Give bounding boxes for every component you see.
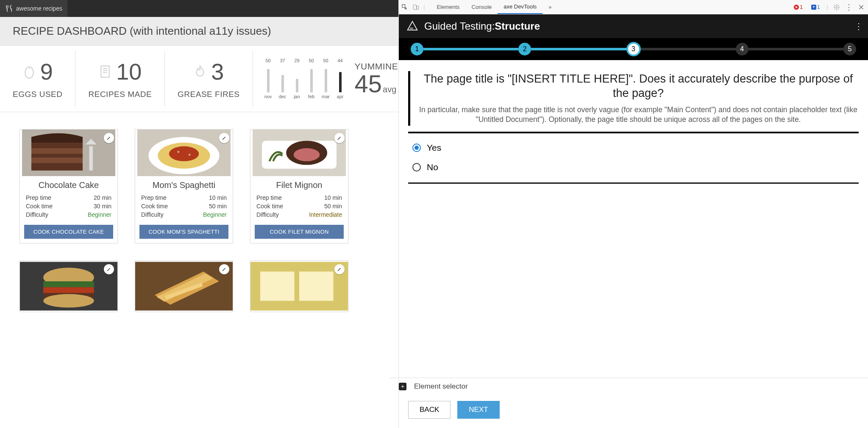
egg-icon (22, 64, 36, 79)
recipe-image (250, 261, 348, 312)
radio-yes[interactable] (412, 144, 421, 152)
devtools-pane: | Elements Console axe DevTools » 1 1 | … (398, 0, 868, 428)
recipe-card (250, 260, 348, 312)
cook-button[interactable]: COOK CHOCOLATE CAKE (24, 225, 113, 239)
edit-button[interactable] (104, 133, 114, 143)
chart-month: feb (308, 94, 314, 99)
svg-point-40 (836, 6, 837, 8)
step-5[interactable]: 5 (843, 43, 856, 55)
brand[interactable]: awesome recipes (0, 0, 67, 17)
radio-no[interactable] (412, 163, 421, 171)
edit-button[interactable] (334, 264, 345, 274)
plus-icon[interactable]: ＋ (399, 383, 406, 390)
recipe-image (135, 261, 233, 312)
cook-button[interactable]: COOK FILET MIGNON (255, 225, 344, 239)
axe-title-strong: Structure (495, 20, 540, 32)
close-icon[interactable] (858, 4, 865, 11)
cook-label: Cook time (141, 203, 168, 210)
axe-menu-icon[interactable]: ⋮ (854, 21, 863, 31)
chart-value: 44 (337, 58, 342, 63)
gear-icon[interactable] (833, 4, 840, 11)
cook-value: 50 min (209, 203, 227, 210)
svg-rect-24 (43, 287, 94, 293)
chart-col-jan: 29jan (293, 58, 301, 99)
recipe-card (135, 260, 233, 312)
chart-value: 50 (309, 58, 314, 63)
recipe-title: Mom's Spaghetti (141, 180, 227, 190)
recipe-card (19, 260, 118, 312)
option-yes[interactable]: Yes (412, 143, 859, 153)
bar-chart: 50nov37dec29jan50feb50mar44apr (264, 58, 345, 100)
cook-value: 30 min (94, 203, 111, 210)
tabs-overflow[interactable]: » (542, 0, 557, 14)
prep-value: 10 min (324, 194, 342, 201)
edit-button[interactable] (334, 133, 345, 143)
step-3[interactable]: 3 (626, 42, 641, 56)
option-yes-label: Yes (427, 143, 441, 153)
cook-label: Cook time (26, 203, 53, 210)
device-toggle-icon[interactable] (412, 4, 419, 11)
element-selector-label: Element selector (414, 382, 468, 391)
tab-elements[interactable]: Elements (431, 0, 465, 14)
stat-fires-value: 3 (211, 58, 224, 85)
recipe-card: Mom's SpaghettiPrep time10 minCook time5… (135, 129, 233, 243)
svg-rect-23 (43, 282, 94, 287)
option-no-label: No (427, 162, 438, 172)
tab-axe-devtools[interactable]: axe DevTools (498, 0, 542, 14)
cook-value: 50 min (324, 203, 342, 210)
diff-value: Beginner (88, 211, 111, 218)
svg-rect-8 (31, 148, 83, 154)
cook-button[interactable]: COOK MOM'S SPAGHETTI (139, 225, 228, 239)
stat-eggs-label: EGGS USED (13, 90, 62, 99)
info-badge[interactable]: 1 (810, 4, 822, 11)
recipe-image (20, 130, 117, 176)
recipe-image (135, 130, 233, 176)
back-button[interactable]: BACK (408, 401, 451, 419)
page-title: RECIPE DASHBOARD (with intentional a11y … (0, 17, 398, 46)
diff-label: Difficulty (256, 211, 279, 218)
svg-rect-37 (417, 6, 419, 9)
chart-value: 37 (280, 58, 285, 63)
stat-eggs-value: 9 (40, 58, 53, 85)
yumminess-value: 45 (355, 72, 382, 96)
recipe-card: Filet MignonPrep time10 minCook time50 m… (250, 129, 348, 243)
svg-rect-34 (260, 272, 295, 301)
error-badge[interactable]: 1 (792, 4, 804, 11)
option-no[interactable]: No (412, 162, 859, 172)
site-topbar: awesome recipes (0, 0, 398, 17)
element-selector-row[interactable]: ＋ Element selector (389, 378, 868, 395)
tab-console[interactable]: Console (466, 0, 498, 14)
stat-fires-label: GREASE FIRES (178, 90, 239, 99)
step-2[interactable]: 2 (518, 43, 531, 55)
prep-value: 20 min (94, 194, 111, 201)
diff-value: Beginner (203, 211, 227, 218)
next-button[interactable]: NEXT (457, 401, 499, 419)
chart-col-mar: 50mar (322, 58, 330, 99)
svg-point-1 (29, 68, 30, 69)
recipe-card: Chocolate CakePrep time20 minCook time30… (19, 129, 118, 243)
step-1[interactable]: 1 (411, 43, 423, 55)
axe-body: The page title is "[INSERT TITLE HERE]".… (399, 60, 868, 378)
chart-month: nov (264, 94, 272, 99)
inspect-icon[interactable] (401, 4, 408, 11)
svg-rect-9 (31, 157, 83, 163)
kebab-menu-icon[interactable]: ⋮ (845, 3, 853, 12)
devtools-toolbar: | Elements Console axe DevTools » 1 1 | … (399, 0, 868, 14)
svg-rect-36 (413, 5, 416, 9)
chart-value: 29 (294, 58, 299, 63)
svg-point-16 (189, 154, 190, 155)
edit-button[interactable] (104, 264, 114, 274)
question-text: The page title is "[INSERT TITLE HERE]".… (418, 72, 859, 101)
stat-fires: 3 GREASE FIRES (164, 51, 252, 107)
svg-rect-2 (101, 66, 109, 77)
recipe-title: Chocolate Cake (26, 180, 111, 190)
question-hint: In particular, make sure that the page t… (418, 105, 859, 125)
edit-button[interactable] (219, 264, 229, 274)
stat-recipes: 10 RECIPES MADE (75, 51, 164, 107)
recipe-image (20, 261, 117, 312)
step-4[interactable]: 4 (736, 43, 748, 55)
edit-button[interactable] (219, 133, 229, 143)
svg-point-20 (294, 148, 320, 161)
axe-footer: BACK NEXT (399, 395, 868, 428)
stats-row: 9 EGGS USED 10 RECIPES MADE 3 GREASE FIR… (0, 46, 398, 112)
